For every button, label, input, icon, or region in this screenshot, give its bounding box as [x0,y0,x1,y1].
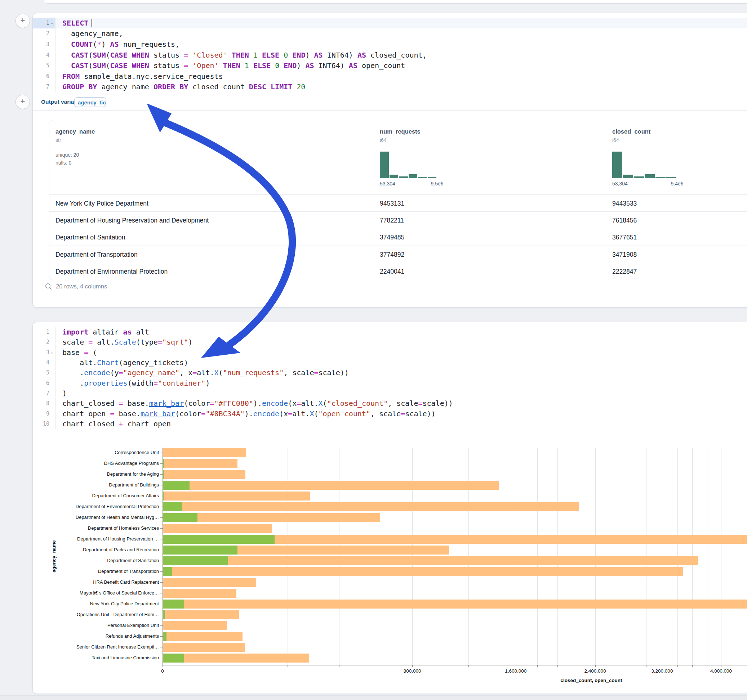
column-type: i64 [380,137,387,143]
divider [33,110,747,110]
histogram-bar [380,152,389,178]
open_count-bar [163,567,172,576]
output-variable-input[interactable]: agency_tickets [74,97,106,107]
histogram-bar [399,177,408,178]
agency-name-cell: New York City Police Department [56,199,148,207]
divider [33,94,747,94]
y-axis-label: Correspondence Unit [115,450,159,455]
fold-chevron-icon[interactable]: ⌄ [50,20,54,25]
closed_count-bar [163,470,245,479]
value-cell: 3774892 [380,250,404,258]
x-axis-label: 0 [161,668,164,674]
sql-code-cell[interactable]: 1⌄SELECT2 agency_name,3 COUNT(*) AS num_… [32,13,747,308]
y-tick [160,615,163,615]
value-cell: 2222847 [612,268,637,276]
histogram-max-label: 9.5e6 [431,181,443,187]
code-line[interactable]: 4 CAST(SUM(CASE WHEN status = 'Closed' T… [33,50,747,60]
y-axis-label: Personal Exemption Unit [107,623,159,628]
y-tick [160,572,163,572]
histogram-bar [418,177,427,178]
closed_count-bar [163,459,237,468]
table-row[interactable]: Department of Environmental Protection22… [49,263,747,280]
y-tick [160,539,163,539]
column-histogram [380,152,436,178]
open_count-bar [163,632,166,641]
python-code-cell[interactable]: 1import altair as alt2scale = alt.Scale(… [32,322,747,694]
add-cell-button[interactable]: + [15,14,30,28]
closed_count-bar [163,567,683,576]
code-text: COUNT(*) AS num_requests, [55,39,747,50]
histogram-max-label: 9.4e6 [671,181,683,187]
y-axis-title: agency_name [51,540,57,572]
y-axis-label: Department of Buildings [109,482,159,487]
x-axis-label: 1,600,000 [505,668,526,674]
y-tick [160,507,163,507]
code-line[interactable]: 2 agency_name, [33,29,747,39]
y-axis-label: Department of Environmental Protection [76,504,159,509]
histogram-bar [655,177,665,178]
table-footer: 20 rows, 4 columns [45,283,107,290]
closed_count-bar [163,653,309,662]
x-axis-label: 2,400,000 [584,668,606,674]
row-count-label: 20 rows, 4 columns [56,283,107,290]
histogram-bar [623,175,633,178]
code-text: CAST(SUM(CASE WHEN status = 'Closed' THE… [55,50,747,60]
add-cell-button[interactable]: + [15,95,30,109]
search-icon[interactable] [45,283,52,290]
y-axis-label: HRA Benefit Card Replacement [93,579,159,585]
value-cell: 3677651 [612,234,637,241]
value-cell: 9443533 [612,199,637,207]
column-header[interactable]: num_requests [380,128,420,135]
line-number: 3 [33,39,55,50]
open_count-bar [163,481,189,490]
table-row[interactable]: Department of Transportation377489234719… [49,246,747,263]
y-tick [160,658,163,658]
bar-chart-output[interactable]: Correspondence UnitDHS Advantage Program… [33,322,747,694]
code-line[interactable]: 3 COUNT(*) AS num_requests, [33,39,747,50]
value-cell: 3749485 [380,234,404,241]
closed_count-bar [163,643,245,652]
closed_count-bar [163,632,242,641]
y-axis-label: Department of Housing Preservation … [77,536,159,542]
code-line[interactable]: 5 CAST(SUM(CASE WHEN status = 'Open' THE… [33,60,747,71]
line-number: 4 [33,50,55,60]
column-header[interactable]: agency_name [56,128,95,135]
open_count-bar [163,546,237,555]
agency-name-cell: Department of Sanitation [56,234,126,241]
y-axis-label: Mayorâ€ s Office of Special Enforce… [80,590,159,596]
histogram-bar [634,177,644,178]
y-tick [160,528,163,529]
code-line[interactable]: 1⌄SELECT [33,18,747,29]
table-row[interactable]: Department of Sanitation37494853677651 [49,229,747,246]
code-text: FROM sample_data.nyc.service_requests [55,71,747,82]
column-header[interactable]: closed_count [612,128,650,135]
text-cursor [92,19,92,27]
y-tick [160,517,163,518]
code-text: GROUP BY agency_name ORDER BY closed_cou… [55,82,747,92]
column-stat: unique: 20 [56,152,79,158]
line-number: 7 [33,82,55,92]
histogram-bar [666,177,676,178]
x-axis-label: 4,000,000 [710,668,732,674]
table-row[interactable]: New York City Police Department945313194… [49,195,747,212]
code-text: agency_name, [55,29,747,39]
column-histogram [612,152,676,178]
y-axis-label: DHS Advantage Programs [104,460,159,466]
y-axis-label: Department for the Aging [107,471,159,477]
code-text: SELECT [55,18,747,29]
y-axis-label: Operations Unit - Department of Hom… [77,612,159,617]
closed_count-bar [163,502,579,511]
code-text: CAST(SUM(CASE WHEN status = 'Open' THEN … [55,60,747,71]
y-axis-label: Department of Homeless Services [88,525,159,531]
code-line[interactable]: 6FROM sample_data.nyc.service_requests [33,71,747,82]
table-row[interactable]: Department of Housing Preservation and D… [49,211,747,229]
y-tick [160,463,163,464]
sql-editor[interactable]: 1⌄SELECT2 agency_name,3 COUNT(*) AS num_… [33,18,747,92]
code-line[interactable]: 7GROUP BY agency_name ORDER BY closed_co… [33,82,747,92]
x-axis-label: 3,200,000 [651,668,673,674]
closed_count-bar [163,578,256,587]
open_count-bar [163,470,164,479]
notebook-page: + + 1⌄SELECT2 agency_name,3 COUNT(*) AS … [0,0,747,700]
results-table[interactable]: agency_namestrunique: 20nulls: 0num_requ… [49,120,747,280]
histogram-bar [390,175,399,178]
